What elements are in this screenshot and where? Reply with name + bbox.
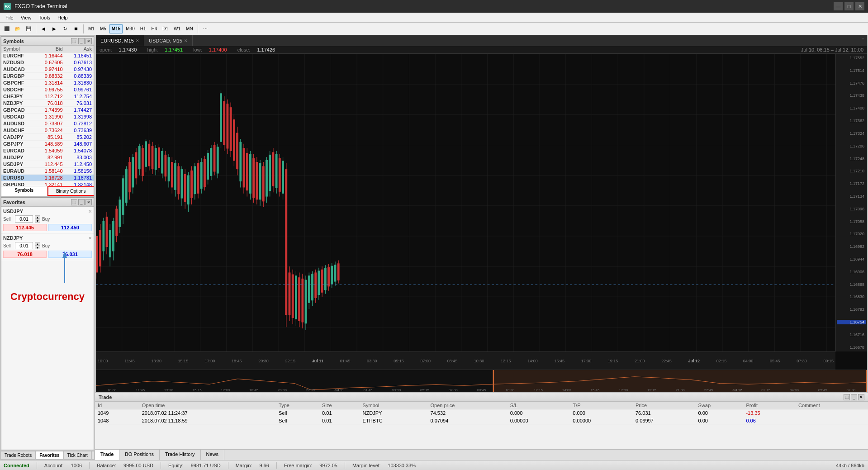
tf-m30[interactable]: M30 — [123, 24, 137, 33]
fav-price-sell-usdjpy[interactable]: 112.445 — [3, 224, 47, 231]
fav-price-sell-nzdjpy[interactable]: 76.018 — [3, 251, 47, 258]
table-row[interactable]: EURCHF 1.16444 1.16451 — [1, 52, 94, 59]
bottom-tab-trade-history[interactable]: Trade History — [160, 450, 201, 460]
menu-tools[interactable]: Tools — [35, 14, 54, 21]
svg-rect-96 — [187, 176, 190, 204]
svg-rect-72 — [148, 144, 150, 166]
price-23: 1.16716 — [837, 332, 866, 337]
table-row[interactable]: USDCHF 0.99755 0.99761 — [1, 86, 94, 93]
nav-time-26: 05:45 — [818, 388, 827, 392]
table-row[interactable]: GBPJPY 148.589 148.607 — [1, 141, 94, 147]
symbol-ask: 0.99761 — [65, 86, 94, 93]
table-row[interactable]: NZDJPY 76.018 76.031 — [1, 100, 94, 107]
bottom-panel-title: Trade — [99, 394, 112, 400]
table-row[interactable]: AUDJPY 82.991 83.003 — [1, 154, 94, 161]
symbol-name: CADJPY — [1, 134, 35, 141]
table-row[interactable]: AUDCHF 0.73624 0.73639 — [1, 127, 94, 134]
bottom-tab-trade[interactable]: Trade — [95, 450, 119, 460]
table-row[interactable]: GBPUSD 1.32141 1.32148 — [1, 181, 94, 186]
table-row[interactable]: EURAUD 1.58140 1.58156 — [1, 168, 94, 175]
table-row[interactable]: AUDCAD 0.97410 0.97430 — [1, 66, 94, 73]
tf-h1[interactable]: H1 — [138, 24, 148, 33]
menu-help[interactable]: Help — [54, 14, 71, 21]
bottom-panel-close[interactable]: ✕ — [858, 394, 864, 400]
fav-close-usdjpy[interactable]: ✕ — [88, 209, 92, 214]
tf-mn[interactable]: MN — [184, 24, 195, 33]
time-13: 07:00 — [420, 359, 431, 363]
table-row[interactable]: 1048 2018.07.02 11:18:59 Sell 0.01 ETHBT… — [95, 417, 868, 425]
bottom-tab-bo-positions[interactable]: BO Positions — [119, 450, 160, 460]
table-row[interactable]: AUDUSD 0.73807 0.73812 — [1, 120, 94, 127]
tf-w1[interactable]: W1 — [171, 24, 183, 33]
symbols-panel-float[interactable]: ⬚ — [71, 38, 77, 44]
chart-tab-eurusd-close[interactable]: ✕ — [136, 38, 139, 43]
more-button[interactable]: ⋯ — [200, 24, 210, 34]
tab-symbols[interactable]: Symbols — [1, 186, 47, 196]
tf-m15[interactable]: M15 — [109, 24, 123, 33]
bottom-panel-float[interactable]: ⬚ — [844, 394, 850, 400]
table-row[interactable]: GBPCHF 1.31814 1.31830 — [1, 80, 94, 86]
table-row[interactable]: GBPCAD 1.74399 1.74427 — [1, 107, 94, 114]
chart-menu-button[interactable]: ≡ — [859, 35, 867, 46]
table-row[interactable]: USDJPY 112.445 112.450 — [1, 161, 94, 168]
fav-step-down-usdjpy[interactable]: ▼ — [35, 219, 40, 223]
chart-tab-eurusd[interactable]: EURUSD, M15 ✕ — [96, 35, 144, 46]
open-button[interactable]: 📂 — [13, 24, 23, 34]
stop-button[interactable]: ⏹ — [71, 24, 81, 34]
left-bottom-tabs: Trade Robots Favorites Tick Chart — [1, 451, 94, 459]
back-button[interactable]: ◀ — [38, 24, 48, 34]
refresh-button[interactable]: ↻ — [60, 24, 70, 34]
minimize-button[interactable]: — — [834, 2, 843, 10]
bottom-panel-min[interactable]: _ — [851, 394, 857, 400]
forward-button[interactable]: ▶ — [49, 24, 59, 34]
fav-close-nzdjpy[interactable]: ✕ — [88, 236, 92, 241]
left-tab-trade-robots[interactable]: Trade Robots — [1, 451, 36, 459]
table-row[interactable]: NZDUSD 0.67605 0.67613 — [1, 59, 94, 66]
menu-view[interactable]: View — [17, 14, 35, 21]
fav-amount-usdjpy[interactable] — [15, 215, 33, 223]
col-bid: Bid — [35, 46, 64, 52]
nav-time-5: 17:00 — [221, 388, 230, 392]
symbols-scroll[interactable]: Symbol Bid Ask EURCHF 1.16444 1.16451 NZ… — [1, 46, 94, 186]
chart-tab-usdcad-close[interactable]: ✕ — [184, 38, 188, 43]
table-row[interactable]: CHFJPY 112.712 112.754 — [1, 93, 94, 100]
time-6: 18:45 — [232, 359, 242, 363]
symbol-name: AUDCAD — [1, 66, 35, 73]
save-button[interactable]: 💾 — [24, 24, 33, 34]
fav-step-up-usdjpy[interactable]: ▲ — [35, 215, 40, 219]
symbols-panel-close[interactable]: ✕ — [85, 38, 92, 44]
table-row[interactable]: 1049 2018.07.02 11:24:37 Sell 0.01 NZDJP… — [95, 409, 868, 417]
table-row[interactable]: USDCAD 1.31990 1.31998 — [1, 114, 94, 120]
chart-tab-usdcad[interactable]: USDCAD, M15 ✕ — [144, 35, 193, 46]
menu-file[interactable]: File — [2, 14, 17, 21]
tf-m1[interactable]: M1 — [86, 24, 97, 33]
fav-step-up-nzdjpy[interactable]: ▲ — [35, 242, 40, 246]
fav-amount-nzdjpy[interactable] — [15, 242, 33, 249]
favorites-panel-float[interactable]: ⬚ — [71, 199, 77, 205]
table-row[interactable]: CADJPY 85.191 85.202 — [1, 134, 94, 141]
chart-canvas[interactable] — [96, 54, 835, 351]
tf-h4[interactable]: H4 — [149, 24, 160, 33]
fav-step-down-nzdjpy[interactable]: ▼ — [35, 246, 40, 249]
maximize-button[interactable]: □ — [844, 2, 854, 10]
bottom-tab-news[interactable]: News — [201, 450, 225, 460]
table-row[interactable]: EURCAD 1.54059 1.54078 — [1, 147, 94, 154]
favorites-panel-min[interactable]: _ — [78, 199, 85, 205]
tab-binary-options[interactable]: Binary Options — [47, 186, 94, 196]
price-20: 1.16830 — [837, 294, 866, 299]
chart-navigator[interactable]: 10:00 11:45 13:30 15:15 17:00 18:45 20:3… — [96, 370, 867, 392]
tf-m5[interactable]: M5 — [98, 24, 109, 33]
table-row[interactable]: EURGBP 0.88332 0.88339 — [1, 73, 94, 80]
table-row[interactable]: EURUSD 1.16728 1.16731 — [1, 175, 94, 181]
tf-d1[interactable]: D1 — [160, 24, 171, 33]
close-button[interactable]: ✕ — [855, 2, 864, 10]
fav-price-buy-usdjpy[interactable]: 112.450 — [48, 224, 92, 231]
favorites-panel-close[interactable]: ✕ — [85, 199, 92, 205]
chart-main[interactable]: 1.17552 1.17514 1.17476 1.17438 1.17400 … — [96, 54, 867, 370]
low-label: low: — [193, 47, 204, 52]
left-tab-favorites[interactable]: Favorites — [36, 451, 63, 459]
new-chart-button[interactable]: ⬛ — [2, 24, 12, 34]
left-tab-tick-chart[interactable]: Tick Chart — [64, 451, 92, 459]
symbols-panel-min[interactable]: _ — [78, 38, 85, 44]
symbols-panel-title: Symbols — [3, 38, 24, 44]
